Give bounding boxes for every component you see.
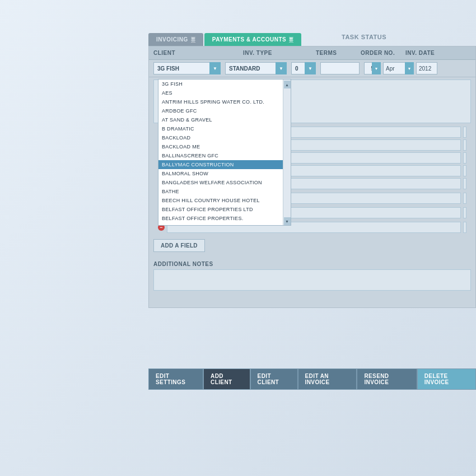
invoicing-tab-label: INVOICING <box>156 36 188 43</box>
day-dropdown-arrow[interactable]: ▼ <box>372 62 381 74</box>
header-invdate: INV. DATE <box>405 50 471 56</box>
list-item[interactable]: B DRAMATIC <box>158 124 283 133</box>
add-client-button[interactable]: ADD CLIENT <box>203 368 250 390</box>
payments-tab-label: PAYMENTS & ACCOUNTS <box>212 36 286 43</box>
delete-invoice-button[interactable]: DELETE INVOICE <box>417 368 476 390</box>
list-item[interactable]: BH TECHNICAL <box>158 223 283 225</box>
main-panel: CLIENT INV. TYPE TERMS ORDER NO. INV. DA… <box>148 46 476 308</box>
tab-grip-invoicing: ⠿ <box>191 37 195 43</box>
list-item[interactable]: 3G FISH <box>158 80 283 88</box>
list-item[interactable]: AT SAND & GRAVEL <box>158 115 283 124</box>
edit-invoice-button[interactable]: EDIT AN INVOICE <box>298 368 357 390</box>
list-item[interactable]: BALLINASCREEN GFC <box>158 151 283 160</box>
tab-payments[interactable]: PAYMENTS & ACCOUNTS ⠿ <box>204 33 301 46</box>
list-item[interactable]: BELFAST OFFICE PROPERTIES LTD <box>158 205 283 214</box>
header-terms: TERMS <box>316 50 361 56</box>
year-input[interactable] <box>416 62 437 74</box>
list-item[interactable]: BANGLADESH WELFARE ASSOCIATION <box>158 178 283 187</box>
client-dropdown-list: 3G FISHAESANTRIM HILLS SPRING WATER CO. … <box>158 79 291 226</box>
panel-bottom-space <box>149 296 475 307</box>
list-item[interactable]: ARDBOE GFC <box>158 106 283 115</box>
scroll-up-button[interactable]: ▲ <box>284 81 291 88</box>
month-dropdown-arrow[interactable]: ▼ <box>405 62 414 74</box>
invtype-select-wrap: ▼ <box>225 62 287 74</box>
column-headers: CLIENT INV. TYPE TERMS ORDER NO. INV. DA… <box>149 46 475 60</box>
day-wrap: ▼ <box>364 62 381 74</box>
list-item[interactable]: AES <box>158 88 283 97</box>
edit-settings-button[interactable]: EDIT SETTINGS <box>148 368 203 390</box>
month-wrap: ▼ <box>383 62 414 74</box>
notes-textarea[interactable] <box>153 269 471 291</box>
tab-bar: INVOICING ⠿ PAYMENTS & ACCOUNTS ⠿ <box>148 28 476 46</box>
scrollbar: ▲ ▼ <box>283 80 291 225</box>
header-orderno: ORDER NO. <box>361 50 405 56</box>
client-select-wrap: ▼ 3G FISHAESANTRIM HILLS SPRING WATER CO… <box>153 62 221 74</box>
invtype-dropdown-arrow[interactable]: ▼ <box>276 62 287 74</box>
edit-client-button[interactable]: EDIT CLIENT <box>250 368 298 390</box>
terms-select-wrap: ▼ <box>291 62 316 74</box>
header-invtype: INV. TYPE <box>243 50 316 56</box>
add-field-button[interactable]: ADD A FIELD <box>153 239 205 252</box>
list-item[interactable]: BACKLOAD ME <box>158 142 283 151</box>
date-wrap: ▼ ▼ <box>364 62 437 74</box>
client-dropdown-arrow[interactable]: ▼ <box>209 62 221 74</box>
tab-grip-payments: ⠿ <box>289 37 293 43</box>
tab-invoicing[interactable]: INVOICING ⠿ <box>148 33 203 46</box>
list-item[interactable]: ANTRIM HILLS SPRING WATER CO. LTD. <box>158 97 283 106</box>
list-item[interactable]: BALLYMAC CONSTRUCTION <box>158 160 283 169</box>
order-no-input[interactable] <box>320 62 360 74</box>
terms-dropdown-arrow[interactable]: ▼ <box>305 62 316 74</box>
list-item[interactable]: BACKLOAD <box>158 133 283 142</box>
resend-invoice-button[interactable]: RESEND INVOICE <box>357 368 417 390</box>
scroll-down-button[interactable]: ▼ <box>284 217 291 225</box>
list-item[interactable]: BATHE <box>158 187 283 196</box>
header-client: CLIENT <box>153 50 243 56</box>
bottom-button-bar: EDIT SETTINGS ADD CLIENT EDIT CLIENT EDI… <box>148 368 476 390</box>
list-item[interactable]: BALMORAL SHOW <box>158 169 283 178</box>
list-item[interactable]: BEECH HILL COUNTRY HOUSE HOTEL <box>158 196 283 205</box>
notes-label: ADDITIONAL NOTES <box>153 261 471 267</box>
notes-section: ADDITIONAL NOTES <box>149 256 475 296</box>
list-item[interactable]: BELFAST OFFICE PROPERTIES. <box>158 214 283 223</box>
input-row: ▼ 3G FISHAESANTRIM HILLS SPRING WATER CO… <box>149 60 475 77</box>
client-dropdown-scroll[interactable]: 3G FISHAESANTRIM HILLS SPRING WATER CO. … <box>158 80 283 225</box>
